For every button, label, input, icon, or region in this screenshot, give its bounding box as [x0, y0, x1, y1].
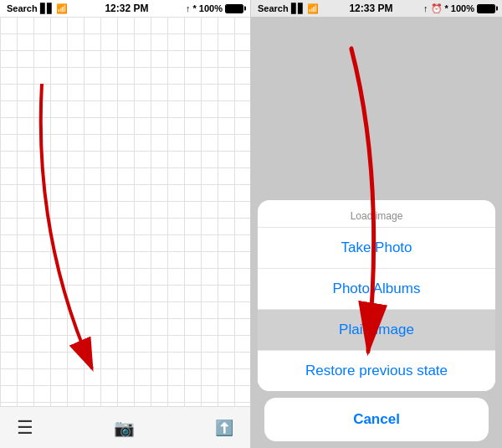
restore-state-item[interactable]: Restore previous state	[258, 351, 495, 391]
status-left-left: Search ▋▋ 📶	[7, 3, 68, 14]
right-content-area: Load image Take Photo Photo Albums Plain…	[251, 17, 502, 448]
status-right-left: ↑ * 100%	[186, 3, 243, 13]
status-bar-right: Search ▋▋ 📶 12:33 PM ↑ ⏰ * 100%	[251, 0, 502, 17]
action-sheet: Load image Take Photo Photo Albums Plain…	[258, 200, 495, 391]
time-left: 12:32 PM	[105, 3, 148, 14]
battery-percent-right: 100%	[451, 3, 474, 13]
camera-icon[interactable]: 📷	[114, 418, 135, 438]
status-left-right: Search ▋▋ 📶	[258, 3, 319, 14]
time-right: 12:33 PM	[349, 3, 392, 14]
alarm-icon-right: ⏰	[431, 3, 443, 14]
take-photo-item[interactable]: Take Photo	[258, 228, 495, 269]
arrow-icon-right: ↑	[423, 3, 428, 13]
battery-icon-right	[477, 4, 495, 13]
arrow-icon-left: ↑	[186, 3, 191, 13]
battery-icon-left	[225, 4, 243, 13]
photo-albums-item[interactable]: Photo Albums	[258, 269, 495, 310]
battery-percent-left: 100%	[199, 3, 223, 13]
search-label-right: Search	[258, 3, 289, 13]
status-right-right: ↑ ⏰ * 100%	[423, 3, 495, 14]
status-bar-left: Search ▋▋ 📶 12:32 PM ↑ * 100%	[0, 0, 250, 17]
wifi-icon-left: 📶	[56, 3, 68, 14]
wifi-icon-right: 📶	[307, 3, 319, 14]
search-label-left: Search	[7, 3, 38, 13]
menu-icon[interactable]: ☰	[17, 417, 33, 439]
signal-icon-left: ▋▋	[40, 3, 54, 14]
arrow-annotation-left	[25, 67, 126, 385]
canvas-grid[interactable]	[0, 17, 250, 406]
battery-fill-left	[226, 5, 243, 13]
cancel-button[interactable]: Cancel	[264, 398, 489, 441]
bluetooth-icon-right: *	[445, 3, 448, 13]
signal-icon-right: ▋▋	[291, 3, 305, 14]
bluetooth-icon-left: *	[193, 3, 197, 13]
action-sheet-container: Load image Take Photo Photo Albums Plain…	[251, 193, 502, 448]
plain-image-item[interactable]: Plain Image	[258, 310, 495, 351]
right-screen: Search ▋▋ 📶 12:33 PM ↑ ⏰ * 100%	[251, 0, 502, 448]
left-screen: Search ▋▋ 📶 12:32 PM ↑ * 100% ☰ 📷 ⬆	[0, 0, 251, 448]
action-sheet-title: Load image	[258, 200, 495, 228]
battery-fill-right	[478, 5, 494, 13]
share-icon[interactable]: ⬆️	[215, 419, 233, 437]
bottom-toolbar: ☰ 📷 ⬆️	[0, 406, 250, 448]
